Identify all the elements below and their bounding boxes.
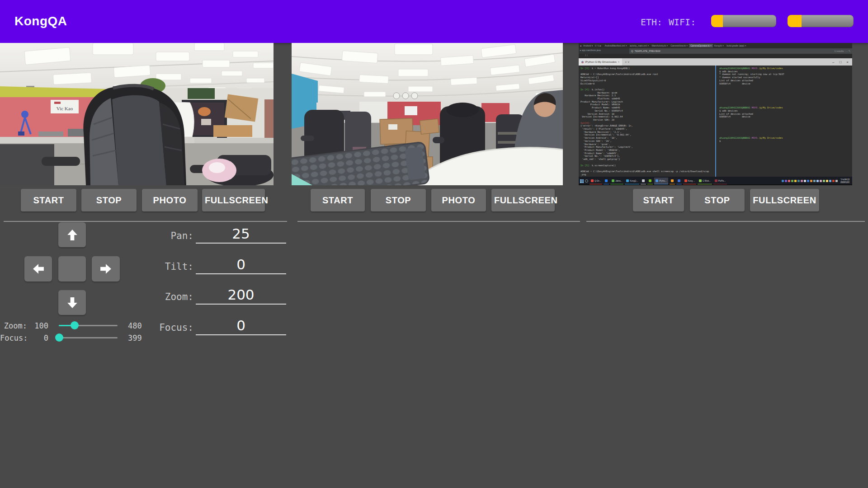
console-line: 'Product Name': 'sdm845', <box>580 152 715 155</box>
camera-2-photo-button[interactable]: PHOTO <box>431 189 486 211</box>
zoom-field-label: Zoom: <box>135 291 193 302</box>
console-line: Platform: sdm845 <box>580 97 715 100</box>
console-line: SizeOfOutputList=0 <box>580 79 715 82</box>
console-line: * daemon not running; starting now at tc… <box>719 73 852 76</box>
console-line: Version Android: 10 <box>580 113 715 116</box>
camera-1-start-button[interactable]: START <box>21 189 76 211</box>
ptz-home-button[interactable] <box>58 256 86 282</box>
console-line: 'Hardware': 'qcom', <box>580 143 715 146</box>
console-line: Hardware: qcom <box>580 91 715 94</box>
focus-slider-track[interactable] <box>59 337 118 338</box>
screen-ide-editor-line: 1 ) <box>579 54 852 58</box>
console-line: Product Name: sdm845 <box>580 106 715 109</box>
screen-tray-icon <box>832 180 835 182</box>
ptz-down-button[interactable] <box>58 290 86 315</box>
camera-3-start-button[interactable]: START <box>633 189 684 211</box>
console-line: Version Incremental: 0.902.64 <box>580 115 715 118</box>
console-line <box>580 161 715 164</box>
console-line <box>719 97 852 100</box>
screen-taskbar-search-icon <box>585 179 588 183</box>
ptz-up-button[interactable] <box>58 222 86 247</box>
console-line: * daemon started successfully <box>719 76 852 79</box>
screen-ide-tab: Kong.kt × <box>713 44 725 47</box>
camera-1-stop-button[interactable]: STOP <box>81 189 137 211</box>
camera-2-divider <box>297 221 580 222</box>
screen-tray-icon <box>801 180 803 182</box>
screen-ide-tab: activity_main.xml × <box>628 44 650 47</box>
eth-signal-bar <box>711 15 776 27</box>
camera-1-video: Vic Kao <box>0 43 274 185</box>
screen-ide-row2: ▸ app manifests java Q· TEMPLATE_PREVIEW… <box>579 48 852 54</box>
console-line: 'Product Model': 'VR0019', <box>580 149 715 152</box>
screen-taskbar-app-icon <box>642 179 645 182</box>
console-line: In [4]: k.infos() <box>580 88 715 91</box>
screen-taskbar-app-button: Q-Dir... <box>590 178 602 184</box>
camera-3-fullscreen-button[interactable]: FULLSCREEN <box>750 189 819 211</box>
console-line: Version SDK: 29 <box>580 118 715 122</box>
screen-ide-tabs: AndroidManifest.xml ×activity_main.xml ×… <box>603 44 747 47</box>
screen-ide-tab: CameraOperator.kt × <box>689 44 713 47</box>
tilt-field-label: Tilt: <box>135 261 193 272</box>
wifi-label: WIFI: <box>669 17 696 28</box>
screen-taskbar-tray <box>782 180 838 182</box>
screen-tray-icon <box>797 180 800 182</box>
app-header: KongQA ETH: WIFI: <box>0 0 868 43</box>
console-line: Hardware Revision: 2.1 <box>580 94 715 97</box>
pan-field-input[interactable] <box>196 225 286 244</box>
screen-taskbar-app-button: IPytho... <box>654 178 668 184</box>
screen-taskbar-app-button: Kong ... <box>683 178 697 184</box>
console-line <box>719 88 852 91</box>
focus-field-input[interactable] <box>196 316 286 335</box>
console-line: 'Serial No.': '93858fc4'}, <box>580 155 715 158</box>
console-line: 93858fc4 device <box>719 82 852 85</box>
screen-taskbar-app-button <box>670 178 675 184</box>
focus-field-label: Focus: <box>135 322 193 333</box>
screen-ide-project-tree: ▸ app manifests java <box>579 48 629 54</box>
camera-1-fullscreen-button[interactable]: FULLSCREEN <box>202 189 265 211</box>
screen-taskbar-clock: 下午04:132020/12/2 <box>839 178 851 183</box>
console-line: ReturnList=[] <box>580 76 715 79</box>
arrow-left-icon <box>33 262 44 276</box>
tilt-field-input[interactable] <box>196 255 286 274</box>
console-line: 'result': {'Platform': 'sdm845', <box>580 127 715 131</box>
camera-2-fullscreen-button[interactable]: FULLSCREEN <box>491 189 555 211</box>
screen-ide-tab: AndroidManifest.xml × <box>603 44 628 47</box>
screen-taskbar-app-icon <box>699 179 702 182</box>
screen-tab-close-icon: × <box>618 61 620 63</box>
screen-taskbar-app-button <box>676 178 682 184</box>
camera-2-frame <box>292 43 563 185</box>
focus-slider-thumb[interactable] <box>55 333 63 342</box>
screen-ide-tab: CameraView.kt × <box>669 44 689 47</box>
zoom-slider-value: 100 <box>26 321 48 330</box>
screen-ipython-icon <box>581 61 584 63</box>
screen-taskbar-app-button: C:\Rob... <box>698 178 712 184</box>
camera-3-video: ● Android ▾ ⚙ ⇅ ▶ AndroidManifest.xml ×a… <box>579 43 852 185</box>
console-line: 'adb_cmd': 'shell getprop'} <box>580 158 715 161</box>
ptz-left-button[interactable] <box>24 256 52 282</box>
zoom-field-input[interactable] <box>196 286 286 305</box>
camera-2-stop-button[interactable]: STOP <box>371 189 426 211</box>
console-line: Out[4]: <box>580 122 715 125</box>
screen-tray-icon <box>810 180 812 182</box>
console-line: 'Product Manufacturer': 'Logitech', <box>580 145 715 149</box>
console-line <box>719 103 852 106</box>
console-line <box>719 133 852 136</box>
screen-tray-icon <box>791 180 793 182</box>
ptz-right-button[interactable] <box>92 256 120 282</box>
screen-ide-search-results: 1 results ↑ ↓ ✎ <box>835 50 850 52</box>
wifi-signal-bar <box>788 15 854 27</box>
camera-1-divider <box>4 221 287 222</box>
console-line: .png <box>580 173 715 176</box>
eth-signal-fill <box>711 15 723 27</box>
zoom-slider-thumb[interactable] <box>71 321 79 329</box>
screen-tray-icon <box>816 180 819 182</box>
console-line: 'Version Incremental': '0.902.64', <box>580 133 715 136</box>
screen-taskbar-app-button: Jabra... <box>610 178 623 184</box>
camera-1-photo-button[interactable]: PHOTO <box>142 189 198 211</box>
console-line: List of devices attached <box>719 113 852 116</box>
app-title: KongQA <box>14 14 67 28</box>
console-line: Serial No.: 93858fc4 <box>580 109 715 113</box>
camera-3-stop-button[interactable]: STOP <box>690 189 745 211</box>
console-line <box>719 118 852 122</box>
camera-2-start-button[interactable]: START <box>311 189 365 211</box>
